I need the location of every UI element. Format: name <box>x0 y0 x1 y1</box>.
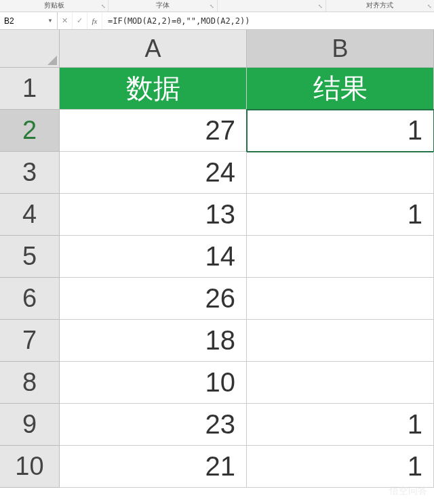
cell-header-a[interactable]: 数据 <box>60 68 247 110</box>
ribbon-label: 对齐方式 <box>366 1 393 9</box>
dialog-launcher-icon[interactable]: ⤡ <box>209 1 216 8</box>
row-header[interactable]: 3 <box>0 152 60 194</box>
row-header[interactable]: 9 <box>0 404 60 446</box>
cell[interactable]: 23 <box>60 404 247 446</box>
cell[interactable] <box>247 320 434 362</box>
column-headers: A B <box>0 30 434 68</box>
row-header[interactable]: 8 <box>0 362 60 404</box>
cell[interactable]: 27 <box>60 110 247 152</box>
cell[interactable]: 24 <box>60 152 247 194</box>
ribbon-clipboard: 剪贴板 ⤡ <box>0 0 108 12</box>
cell-header-b[interactable]: 结果 <box>247 68 434 110</box>
cell[interactable]: 1 <box>247 110 434 152</box>
dialog-launcher-icon[interactable]: ⤡ <box>426 1 433 8</box>
table-row: 718 <box>0 320 434 362</box>
row-header[interactable]: 5 <box>0 236 60 278</box>
table-row: 2271 <box>0 110 434 152</box>
ribbon-font: 字体 ⤡ <box>108 0 217 12</box>
row-header[interactable]: 10 <box>0 446 60 488</box>
table-row: 10211 <box>0 446 434 488</box>
fx-button[interactable]: fx <box>87 12 102 29</box>
cell[interactable]: 1 <box>247 194 434 236</box>
ribbon-blank: ⤡ <box>218 0 326 12</box>
ribbon-alignment: 对齐方式 ⤡ <box>326 0 434 12</box>
column-header-a[interactable]: A <box>60 30 247 68</box>
ribbon-group-labels: 剪贴板 ⤡ 字体 ⤡ ⤡ 对齐方式 ⤡ <box>0 0 434 12</box>
cell[interactable] <box>247 236 434 278</box>
dialog-launcher-icon[interactable]: ⤡ <box>317 1 324 8</box>
formula-cancel-button[interactable]: ✕ <box>58 12 73 29</box>
cell[interactable] <box>247 278 434 320</box>
cell[interactable]: 21 <box>60 446 247 488</box>
row-header[interactable]: 4 <box>0 194 60 236</box>
cell[interactable]: 18 <box>60 320 247 362</box>
watermark: 悟空问答 <box>389 485 427 497</box>
cell[interactable] <box>247 152 434 194</box>
cell[interactable] <box>247 362 434 404</box>
ribbon-label: 字体 <box>156 1 170 9</box>
formula-input[interactable]: =IF(MOD(A2,2)=0,"",MOD(A2,2)) <box>102 12 434 29</box>
table-row: 324 <box>0 152 434 194</box>
row-header[interactable]: 1 <box>0 68 60 110</box>
cell[interactable]: 14 <box>60 236 247 278</box>
ribbon-label: 剪贴板 <box>44 1 64 9</box>
chevron-down-icon[interactable]: ▼ <box>47 18 53 24</box>
name-box[interactable]: B2 ▼ <box>0 12 58 29</box>
row-header[interactable]: 6 <box>0 278 60 320</box>
cell[interactable]: 10 <box>60 362 247 404</box>
row-header[interactable]: 7 <box>0 320 60 362</box>
table-row: 626 <box>0 278 434 320</box>
row-header[interactable]: 2 <box>0 110 60 152</box>
table-row: 1 数据 结果 <box>0 68 434 110</box>
formula-bar: B2 ▼ ✕ ✓ fx =IF(MOD(A2,2)=0,"",MOD(A2,2)… <box>0 12 434 30</box>
table-row: 514 <box>0 236 434 278</box>
name-box-value: B2 <box>4 16 14 26</box>
select-all-corner[interactable] <box>0 30 60 68</box>
cell[interactable]: 1 <box>247 446 434 488</box>
dialog-launcher-icon[interactable]: ⤡ <box>100 1 106 8</box>
formula-enter-button[interactable]: ✓ <box>73 12 87 29</box>
table-row: 4131 <box>0 194 434 236</box>
column-header-b[interactable]: B <box>247 30 434 68</box>
table-row: 810 <box>0 362 434 404</box>
cell[interactable]: 26 <box>60 278 247 320</box>
table-row: 9231 <box>0 404 434 446</box>
cell[interactable]: 1 <box>247 404 434 446</box>
spreadsheet-grid: A B 1 数据 结果 2271324413151462671881092311… <box>0 30 434 488</box>
cell[interactable]: 13 <box>60 194 247 236</box>
